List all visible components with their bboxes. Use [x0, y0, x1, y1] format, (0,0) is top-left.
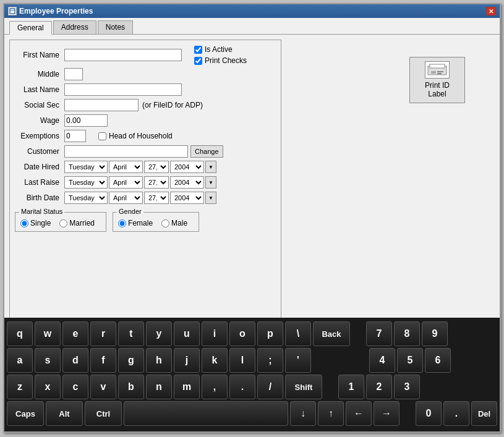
key-t[interactable]: t	[118, 321, 144, 346]
key-q[interactable]: q	[7, 321, 33, 346]
app-icon	[8, 7, 17, 15]
key-f[interactable]: f	[90, 348, 116, 373]
key-h[interactable]: h	[146, 348, 172, 373]
key-del[interactable]: Del	[471, 401, 497, 426]
key-g[interactable]: g	[118, 348, 144, 373]
key-e[interactable]: e	[62, 321, 88, 346]
key-right[interactable]: →	[374, 401, 399, 426]
middle-input[interactable]	[64, 68, 83, 80]
tab-address[interactable]: Address	[53, 20, 96, 34]
last-name-input[interactable]	[64, 83, 182, 96]
tab-notes[interactable]: Notes	[98, 20, 133, 34]
head-of-household-checkbox[interactable]	[98, 132, 106, 140]
date-hired-day[interactable]: Tuesday ,	[64, 161, 108, 173]
key-j[interactable]: j	[174, 348, 200, 373]
customer-controls: Change	[64, 145, 223, 158]
print-id-button[interactable]: Print IDLabel	[409, 57, 465, 103]
titlebar: Employee Properties ✕	[4, 4, 500, 18]
male-radio[interactable]	[161, 219, 169, 227]
key-6[interactable]: 6	[425, 348, 451, 373]
head-of-household-label[interactable]: Head of Household	[98, 132, 173, 140]
customer-input[interactable]	[64, 145, 188, 158]
date-hired-daynum[interactable]: 27,	[144, 161, 169, 173]
key-alt[interactable]: Alt	[46, 401, 83, 426]
first-name-input[interactable]	[64, 49, 182, 61]
key-y[interactable]: y	[146, 321, 172, 346]
key-a[interactable]: a	[7, 348, 33, 373]
birth-date-dropdown[interactable]: ▼	[205, 192, 216, 204]
key-slash[interactable]: /	[257, 375, 283, 399]
married-radio[interactable]	[59, 219, 67, 227]
print-checks-label[interactable]: Print Checks	[194, 56, 247, 65]
key-m[interactable]: m	[174, 375, 200, 399]
key-left[interactable]: ←	[346, 401, 372, 426]
key-semicolon[interactable]: ;	[257, 348, 283, 373]
last-raise-month[interactable]: April	[109, 176, 143, 189]
key-backslash[interactable]: \	[285, 321, 311, 346]
key-1[interactable]: 1	[338, 375, 364, 399]
key-up[interactable]: ↑	[318, 401, 344, 426]
wage-input[interactable]: 0.00	[64, 114, 108, 127]
key-ctrl[interactable]: Ctrl	[85, 401, 122, 426]
key-p[interactable]: p	[257, 321, 283, 346]
key-s[interactable]: s	[35, 348, 61, 373]
key-space[interactable]	[124, 401, 288, 426]
key-o[interactable]: o	[229, 321, 255, 346]
key-4[interactable]: 4	[369, 348, 395, 373]
male-radio-label[interactable]: Male	[161, 219, 187, 227]
key-v[interactable]: v	[90, 375, 116, 399]
date-hired-year[interactable]: 2004	[170, 161, 204, 173]
key-8[interactable]: 8	[394, 321, 420, 346]
is-active-checkbox[interactable]	[194, 46, 202, 54]
birth-date-month[interactable]: April	[109, 192, 143, 204]
birth-date-day[interactable]: Tuesday ,	[64, 192, 108, 204]
key-caps[interactable]: Caps	[7, 401, 44, 426]
last-raise-dropdown[interactable]: ▼	[205, 176, 216, 189]
female-radio[interactable]	[118, 219, 126, 227]
key-n[interactable]: n	[146, 375, 172, 399]
key-shift[interactable]: Shift	[285, 375, 322, 399]
key-backspace[interactable]: Back	[313, 321, 350, 346]
is-active-label[interactable]: Is Active	[194, 45, 247, 54]
key-down[interactable]: ↓	[290, 401, 316, 426]
key-quote[interactable]: '	[285, 348, 311, 373]
key-comma[interactable]: ,	[202, 375, 228, 399]
key-w[interactable]: w	[35, 321, 61, 346]
key-2[interactable]: 2	[366, 375, 392, 399]
birth-date-year[interactable]: 2004	[170, 192, 204, 204]
exemptions-input[interactable]: 0	[64, 130, 86, 142]
key-r[interactable]: r	[90, 321, 116, 346]
key-7[interactable]: 7	[366, 321, 392, 346]
key-d[interactable]: d	[62, 348, 88, 373]
birth-date-daynum[interactable]: 27,	[144, 192, 169, 204]
married-radio-label[interactable]: Married	[59, 219, 95, 227]
single-radio[interactable]	[20, 219, 28, 227]
single-radio-label[interactable]: Single	[20, 219, 51, 227]
key-i[interactable]: i	[202, 321, 228, 346]
key-u[interactable]: u	[174, 321, 200, 346]
date-hired-month[interactable]: April	[109, 161, 143, 173]
date-hired-dropdown[interactable]: ▼	[205, 161, 216, 173]
key-x[interactable]: x	[35, 375, 61, 399]
tab-general[interactable]: General	[9, 21, 52, 35]
key-k[interactable]: k	[202, 348, 228, 373]
last-raise-day[interactable]: Tuesday ,	[64, 176, 108, 189]
last-raise-daynum[interactable]: 27,	[144, 176, 169, 189]
key-z[interactable]: z	[7, 375, 33, 399]
female-radio-label[interactable]: Female	[118, 219, 153, 227]
last-raise-year[interactable]: 2004	[170, 176, 204, 189]
change-button[interactable]: Change	[190, 145, 223, 158]
key-period[interactable]: .	[229, 375, 255, 399]
close-button[interactable]: ✕	[486, 7, 496, 15]
key-0[interactable]: 0	[416, 401, 442, 426]
key-3[interactable]: 3	[394, 375, 420, 399]
print-checks-checkbox[interactable]	[194, 57, 202, 65]
key-b[interactable]: b	[118, 375, 144, 399]
key-l[interactable]: l	[229, 348, 255, 373]
key-decimal[interactable]: .	[443, 401, 469, 426]
key-9[interactable]: 9	[422, 321, 448, 346]
key-5[interactable]: 5	[397, 348, 423, 373]
wage-row: Wage 0.00	[15, 114, 276, 127]
key-c[interactable]: c	[62, 375, 88, 399]
social-sec-input[interactable]	[64, 99, 139, 111]
